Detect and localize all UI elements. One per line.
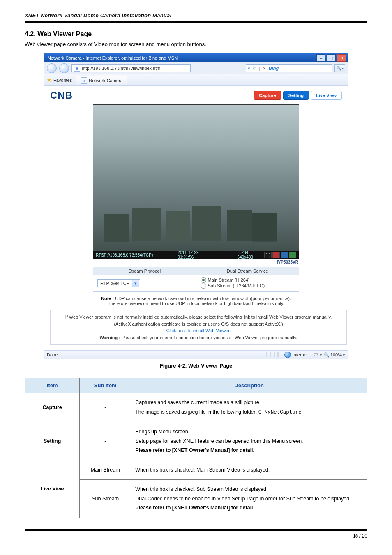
window-buttons: – ▢ ✕	[316, 54, 346, 62]
osd-fullscreen-icon[interactable]: ⛶	[264, 252, 272, 258]
th-sub: Sub Item	[80, 378, 131, 393]
search-box[interactable]: ▾ ↻ | ✕ Bing	[246, 64, 332, 72]
refresh-icon[interactable]: ↻	[253, 66, 256, 71]
item-setting: Setting	[25, 422, 80, 460]
tab-label: Network Camera	[89, 78, 123, 83]
install-warning-box: If Web Viewer program is not normally in…	[50, 310, 347, 345]
note-label: Note :	[101, 296, 114, 301]
item-liveview: Live View	[25, 460, 80, 518]
intro-text: Web viewer page consists of Video monito…	[25, 41, 367, 47]
page-footer: 18 / 20	[25, 529, 367, 539]
viewer-header: CNB Capture Setting Live View	[50, 90, 342, 101]
browser-tab[interactable]: e Network Camera	[76, 76, 127, 85]
tab-ie-icon: e	[81, 77, 87, 84]
osd-snapshot-icon[interactable]	[281, 252, 288, 258]
sub-substream: Sub Stream	[80, 480, 131, 518]
close-button[interactable]: ✕	[337, 54, 346, 62]
magnifier-icon: 🔍	[336, 66, 342, 71]
desc-substream: When this box is checked, Sub Stream Vid…	[131, 480, 367, 518]
sub-mainstream: Main Stream	[80, 460, 131, 480]
table-row: Setting - Brings up Menu screen. Setup p…	[25, 422, 367, 460]
description-table: Item Sub Item Description Capture - Capt…	[25, 378, 367, 518]
zoom-icon: 🔍	[324, 352, 330, 358]
setting-line2: Setup page for each XNET feature can be …	[135, 438, 303, 444]
setting-button[interactable]: Setting	[283, 91, 309, 100]
back-icon[interactable]	[47, 63, 57, 73]
protocol-value: RTP over TCP	[100, 281, 129, 286]
protected-mode-icon: 🛡	[314, 352, 318, 357]
ie-icon: e	[74, 65, 80, 72]
substream-line1: When this box is checked, Sub Stream Vid…	[135, 486, 267, 492]
capture-path: C:\xNetCapture	[258, 409, 302, 415]
window-title: Network Camera - Internet Explorer, opti…	[46, 56, 178, 60]
desc-mainstream: When this box is checked, Main Stream Vi…	[131, 460, 367, 480]
main-stream-label: Main Stream (H.264)	[208, 278, 250, 282]
address-bar: e http://193.168.0.73/html/view/index.ht…	[44, 62, 348, 74]
note-line2: Therefore, we recommend to use UDP in lo…	[108, 301, 284, 306]
radio-unchecked-icon	[201, 283, 206, 289]
osd-record-icon[interactable]	[272, 252, 280, 258]
favorites-label[interactable]: ★ Favorites	[47, 77, 72, 85]
substream-line3: Please refer to [XNET Owner's Manual] fo…	[135, 505, 254, 511]
browser-window: Network Camera - Internet Explorer, opti…	[44, 53, 348, 359]
star-icon: ★	[47, 77, 52, 83]
chevron-down-icon: ▾	[132, 280, 139, 287]
main-stream-radio[interactable]: Main Stream (H.264)	[201, 277, 250, 283]
url-field[interactable]: e http://193.168.0.73/html/view/index.ht…	[71, 64, 191, 72]
separator: |	[259, 66, 260, 71]
video-monitor: RTSP://193.168.0.73:554(TCP) 2011-12-29 …	[93, 104, 299, 259]
warn-line3: Please check your internet connection be…	[122, 335, 297, 340]
sub-capture: -	[80, 393, 131, 422]
globe-icon	[284, 352, 291, 358]
status-zone: Internet	[293, 352, 308, 357]
page-total: 20	[360, 533, 367, 539]
sub-setting: -	[80, 422, 131, 460]
cnb-logo: CNB	[50, 90, 73, 101]
minimize-button[interactable]: –	[316, 54, 325, 62]
desc-setting: Brings up Menu screen. Setup page for ea…	[131, 422, 367, 460]
protocol-cell: RTP over TCP ▾	[93, 275, 196, 292]
protocol-select[interactable]: RTP over TCP ▾	[97, 279, 140, 287]
osd-timestamp: 2011-12-29 01:21:56	[178, 250, 212, 259]
manual-title: XNET Network Vandal Dome Camera Installa…	[25, 12, 367, 18]
section-heading: 4.2. Web Viewer Page	[25, 30, 367, 38]
favorites-row: ★ Favorites e Network Camera	[44, 74, 348, 86]
note-line1: UDP can cause a network overload in a ne…	[115, 296, 291, 301]
close-icon[interactable]: ✕	[263, 66, 266, 71]
capture-line1: Captures and saves the current image as …	[135, 400, 261, 405]
bing-logo: Bing	[269, 66, 279, 71]
video-osd: RTSP://193.168.0.73:554(TCP) 2011-12-29 …	[93, 251, 299, 259]
url-text: http://193.168.0.73/html/view/index.html	[82, 66, 161, 71]
figure-caption: Figure 4-2. Web Viewer Page	[25, 363, 367, 369]
maximize-button[interactable]: ▢	[327, 54, 336, 62]
radio-checked-icon	[201, 277, 206, 283]
page-content: CNB Capture Setting Live View RTSP://193…	[44, 86, 348, 350]
window-titlebar: Network Camera - Internet Explorer, opti…	[44, 53, 348, 62]
live-view-button[interactable]: Live View	[311, 91, 342, 100]
capture-button[interactable]: Capture	[254, 91, 281, 100]
setting-line1: Brings up Menu screen.	[135, 429, 189, 435]
install-link[interactable]: Click here to install Web Viewer.	[166, 328, 231, 333]
status-zoom: 100%	[330, 352, 342, 357]
osd-rtsp: RTSP://193.168.0.73:554(TCP)	[96, 253, 153, 257]
desc-capture: Captures and saves the current image as …	[131, 393, 367, 422]
th-item: Item	[25, 378, 80, 393]
warn-line1: If Web Viewer program is not normally in…	[65, 314, 332, 319]
item-capture: Capture	[25, 393, 80, 422]
table-row: Capture - Captures and saves the current…	[25, 393, 367, 422]
warn-line2: (ActiveX authentication certificate is e…	[114, 321, 283, 326]
forward-icon[interactable]	[59, 63, 69, 73]
osd-audio-icon[interactable]	[289, 252, 296, 258]
substream-line2: Dual-Codec needs to be enabled in Video …	[135, 496, 350, 502]
search-button[interactable]: 🔍▾	[334, 64, 345, 72]
model-label: IVP5035VR	[93, 259, 299, 267]
dual-stream-header: Dual Stream Service	[196, 267, 299, 275]
sub-stream-radio[interactable]: Sub Stream (H.264/MJPEG)	[201, 283, 265, 289]
stream-settings-table: Stream Protocol Dual Stream Service RTP …	[93, 267, 299, 292]
status-done: Done	[47, 352, 58, 357]
viewer-buttons: Capture Setting Live View	[254, 91, 342, 100]
dropdown-caret-icon: ▾	[248, 66, 250, 71]
favorites-text: Favorites	[53, 78, 72, 83]
capture-line2-pre: The image is saved as jpeg file in the f…	[135, 409, 258, 415]
status-bar: Done Internet 🛡 ▾ 🔍 100% ▾	[44, 350, 348, 359]
